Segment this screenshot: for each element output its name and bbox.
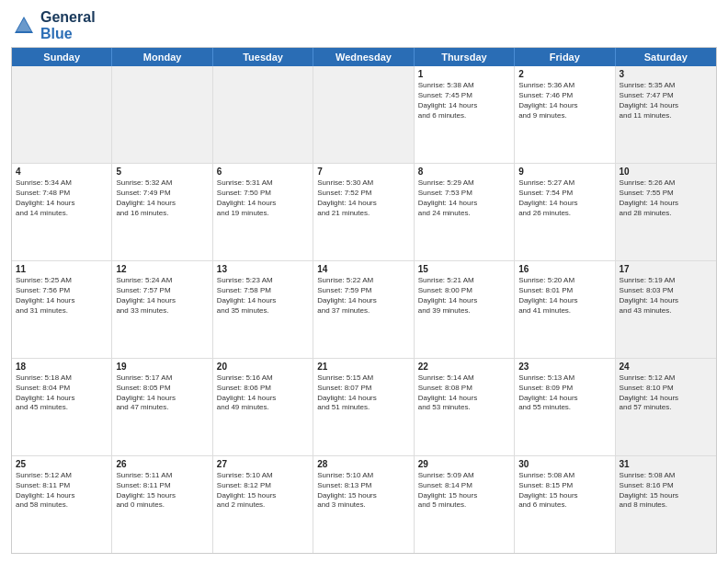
day-number: 23	[518, 362, 610, 372]
day-number: 29	[418, 459, 510, 469]
day-info: Sunrise: 5:26 AM Sunset: 7:55 PM Dayligh…	[620, 178, 712, 218]
day-number: 17	[620, 264, 712, 274]
logo-icon	[11, 13, 37, 39]
calendar-cell: 28Sunrise: 5:10 AM Sunset: 8:13 PM Dayli…	[313, 456, 414, 553]
header-day-saturday: Saturday	[616, 48, 716, 66]
calendar: SundayMondayTuesdayWednesdayThursdayFrid…	[11, 47, 717, 554]
calendar-cell: 25Sunrise: 5:12 AM Sunset: 8:11 PM Dayli…	[12, 456, 112, 553]
day-number: 30	[518, 459, 610, 469]
calendar-cell: 5Sunrise: 5:32 AM Sunset: 7:49 PM Daylig…	[112, 164, 212, 260]
day-info: Sunrise: 5:08 AM Sunset: 8:16 PM Dayligh…	[620, 471, 712, 511]
day-info: Sunrise: 5:36 AM Sunset: 7:46 PM Dayligh…	[518, 81, 610, 121]
header-day-tuesday: Tuesday	[213, 48, 313, 66]
header: General Blue	[11, 9, 717, 41]
day-number: 22	[418, 362, 510, 372]
day-info: Sunrise: 5:17 AM Sunset: 8:05 PM Dayligh…	[116, 373, 208, 413]
day-info: Sunrise: 5:10 AM Sunset: 8:13 PM Dayligh…	[317, 471, 409, 511]
day-info: Sunrise: 5:20 AM Sunset: 8:01 PM Dayligh…	[518, 276, 610, 316]
header-day-thursday: Thursday	[415, 48, 515, 66]
day-number: 19	[116, 362, 208, 372]
calendar-cell: 9Sunrise: 5:27 AM Sunset: 7:54 PM Daylig…	[515, 164, 615, 260]
day-number: 20	[217, 362, 309, 372]
calendar-cell	[112, 66, 212, 163]
day-info: Sunrise: 5:09 AM Sunset: 8:14 PM Dayligh…	[418, 471, 510, 511]
day-number: 11	[16, 264, 108, 274]
calendar-row: 4Sunrise: 5:34 AM Sunset: 7:48 PM Daylig…	[12, 164, 716, 261]
calendar-cell	[213, 66, 313, 163]
day-number: 1	[418, 69, 510, 79]
day-info: Sunrise: 5:19 AM Sunset: 8:03 PM Dayligh…	[620, 276, 712, 316]
calendar-cell: 24Sunrise: 5:12 AM Sunset: 8:10 PM Dayli…	[616, 359, 716, 455]
calendar-cell	[12, 66, 112, 163]
calendar-cell: 12Sunrise: 5:24 AM Sunset: 7:57 PM Dayli…	[112, 261, 212, 358]
day-info: Sunrise: 5:27 AM Sunset: 7:54 PM Dayligh…	[518, 178, 610, 218]
day-info: Sunrise: 5:12 AM Sunset: 8:11 PM Dayligh…	[16, 471, 108, 511]
day-number: 9	[518, 167, 610, 177]
calendar-header: SundayMondayTuesdayWednesdayThursdayFrid…	[12, 48, 716, 66]
day-info: Sunrise: 5:16 AM Sunset: 8:06 PM Dayligh…	[217, 373, 309, 413]
calendar-cell: 29Sunrise: 5:09 AM Sunset: 8:14 PM Dayli…	[415, 456, 515, 553]
calendar-cell: 11Sunrise: 5:25 AM Sunset: 7:56 PM Dayli…	[12, 261, 112, 358]
calendar-cell: 23Sunrise: 5:13 AM Sunset: 8:09 PM Dayli…	[515, 359, 615, 455]
day-info: Sunrise: 5:38 AM Sunset: 7:45 PM Dayligh…	[418, 81, 510, 121]
calendar-cell: 27Sunrise: 5:10 AM Sunset: 8:12 PM Dayli…	[213, 456, 313, 553]
day-number: 13	[217, 264, 309, 274]
day-number: 5	[116, 167, 208, 177]
calendar-cell: 15Sunrise: 5:21 AM Sunset: 8:00 PM Dayli…	[415, 261, 515, 358]
day-number: 24	[620, 362, 712, 372]
day-number: 8	[418, 167, 510, 177]
day-number: 28	[317, 459, 409, 469]
header-day-friday: Friday	[515, 48, 615, 66]
calendar-row: 11Sunrise: 5:25 AM Sunset: 7:56 PM Dayli…	[12, 261, 716, 359]
day-info: Sunrise: 5:11 AM Sunset: 8:11 PM Dayligh…	[116, 471, 208, 511]
day-info: Sunrise: 5:24 AM Sunset: 7:57 PM Dayligh…	[116, 276, 208, 316]
calendar-cell: 18Sunrise: 5:18 AM Sunset: 8:04 PM Dayli…	[12, 359, 112, 455]
calendar-cell: 26Sunrise: 5:11 AM Sunset: 8:11 PM Dayli…	[112, 456, 212, 553]
day-info: Sunrise: 5:23 AM Sunset: 7:58 PM Dayligh…	[217, 276, 309, 316]
day-info: Sunrise: 5:22 AM Sunset: 7:59 PM Dayligh…	[317, 276, 409, 316]
calendar-cell: 7Sunrise: 5:30 AM Sunset: 7:52 PM Daylig…	[313, 164, 414, 260]
calendar-body: 1Sunrise: 5:38 AM Sunset: 7:45 PM Daylig…	[12, 66, 716, 553]
calendar-cell: 13Sunrise: 5:23 AM Sunset: 7:58 PM Dayli…	[213, 261, 313, 358]
day-number: 25	[16, 459, 108, 469]
day-number: 14	[317, 264, 409, 274]
day-info: Sunrise: 5:15 AM Sunset: 8:07 PM Dayligh…	[317, 373, 409, 413]
day-info: Sunrise: 5:35 AM Sunset: 7:47 PM Dayligh…	[620, 81, 712, 121]
calendar-cell: 6Sunrise: 5:31 AM Sunset: 7:50 PM Daylig…	[213, 164, 313, 260]
logo-text: General Blue	[40, 9, 96, 41]
day-info: Sunrise: 5:32 AM Sunset: 7:49 PM Dayligh…	[116, 178, 208, 218]
calendar-cell: 4Sunrise: 5:34 AM Sunset: 7:48 PM Daylig…	[12, 164, 112, 260]
day-number: 27	[217, 459, 309, 469]
calendar-cell: 31Sunrise: 5:08 AM Sunset: 8:16 PM Dayli…	[616, 456, 716, 553]
day-number: 16	[518, 264, 610, 274]
day-info: Sunrise: 5:14 AM Sunset: 8:08 PM Dayligh…	[418, 373, 510, 413]
day-number: 4	[16, 167, 108, 177]
calendar-cell: 21Sunrise: 5:15 AM Sunset: 8:07 PM Dayli…	[313, 359, 414, 455]
day-info: Sunrise: 5:12 AM Sunset: 8:10 PM Dayligh…	[620, 373, 712, 413]
day-info: Sunrise: 5:29 AM Sunset: 7:53 PM Dayligh…	[418, 178, 510, 218]
day-number: 26	[116, 459, 208, 469]
header-day-monday: Monday	[112, 48, 212, 66]
day-number: 6	[217, 167, 309, 177]
day-number: 12	[116, 264, 208, 274]
page: General Blue SundayMondayTuesdayWednesda…	[0, 0, 728, 563]
calendar-cell: 19Sunrise: 5:17 AM Sunset: 8:05 PM Dayli…	[112, 359, 212, 455]
day-info: Sunrise: 5:10 AM Sunset: 8:12 PM Dayligh…	[217, 471, 309, 511]
day-number: 31	[620, 459, 712, 469]
calendar-cell: 8Sunrise: 5:29 AM Sunset: 7:53 PM Daylig…	[415, 164, 515, 260]
logo: General Blue	[11, 9, 96, 41]
day-number: 15	[418, 264, 510, 274]
day-info: Sunrise: 5:13 AM Sunset: 8:09 PM Dayligh…	[518, 373, 610, 413]
day-info: Sunrise: 5:21 AM Sunset: 8:00 PM Dayligh…	[418, 276, 510, 316]
calendar-cell: 1Sunrise: 5:38 AM Sunset: 7:45 PM Daylig…	[415, 66, 515, 163]
calendar-row: 25Sunrise: 5:12 AM Sunset: 8:11 PM Dayli…	[12, 456, 716, 553]
calendar-row: 18Sunrise: 5:18 AM Sunset: 8:04 PM Dayli…	[12, 359, 716, 456]
calendar-cell: 17Sunrise: 5:19 AM Sunset: 8:03 PM Dayli…	[616, 261, 716, 358]
calendar-cell: 16Sunrise: 5:20 AM Sunset: 8:01 PM Dayli…	[515, 261, 615, 358]
day-number: 18	[16, 362, 108, 372]
header-day-wednesday: Wednesday	[313, 48, 414, 66]
day-info: Sunrise: 5:25 AM Sunset: 7:56 PM Dayligh…	[16, 276, 108, 316]
day-info: Sunrise: 5:31 AM Sunset: 7:50 PM Dayligh…	[217, 178, 309, 218]
day-number: 3	[620, 69, 712, 79]
calendar-row: 1Sunrise: 5:38 AM Sunset: 7:45 PM Daylig…	[12, 66, 716, 164]
